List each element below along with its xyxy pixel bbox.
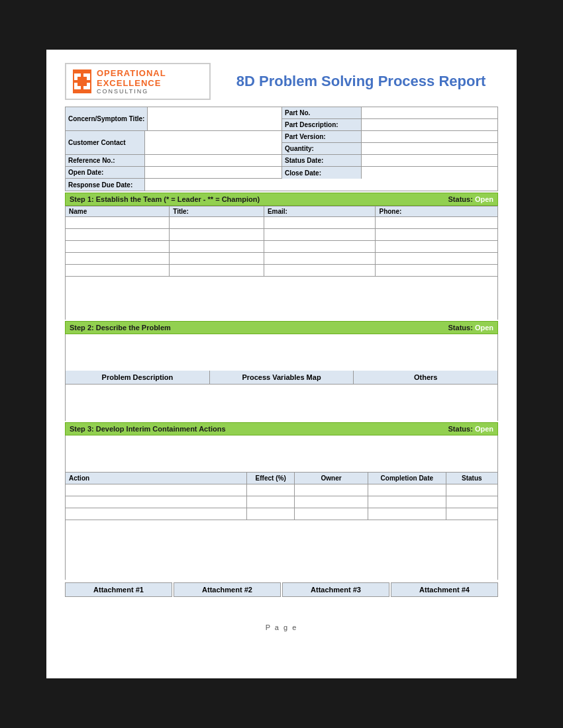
ref-row: Reference No.: <box>66 155 282 167</box>
cell-completion[interactable] <box>368 508 446 520</box>
action-extra-area <box>65 520 498 580</box>
col-phone: Phone: <box>376 206 498 217</box>
logo-box: Operational Excellence CONSULTING <box>65 63 211 100</box>
col-status: Status <box>446 473 497 484</box>
svg-rect-4 <box>77 77 87 86</box>
cell-completion[interactable] <box>368 484 446 496</box>
cell-name[interactable] <box>66 217 170 229</box>
close-date-value[interactable] <box>362 167 497 179</box>
team-table: Name Title: Email: Phone: <box>65 206 498 277</box>
info-left: Concern/Symptom Title: Customer Contact … <box>66 107 282 191</box>
cell-status[interactable] <box>446 484 497 496</box>
report-title: 8D Problem Solving Process Report <box>211 73 498 90</box>
col-name: Name <box>66 206 170 217</box>
table-row <box>66 241 498 253</box>
open-date-label: Open Date: <box>66 167 145 178</box>
status-date-row: Status Date: <box>282 155 497 167</box>
step2-content-area <box>65 334 498 371</box>
customer-value[interactable] <box>145 131 282 154</box>
cell-owner[interactable] <box>295 484 368 496</box>
logo-name: Operational Excellence <box>97 68 203 88</box>
cell-phone[interactable] <box>376 217 498 229</box>
open-date-value[interactable] <box>145 167 282 178</box>
cell-email[interactable] <box>264 253 376 265</box>
cell-phone[interactable] <box>376 265 498 277</box>
partdesc-label: Part Description: <box>282 119 362 130</box>
cell-action[interactable] <box>66 496 247 508</box>
cell-owner[interactable] <box>295 496 368 508</box>
step1-status: Status: Open <box>448 195 493 203</box>
open-date-row: Open Date: <box>66 167 282 179</box>
tab-others[interactable]: Others <box>354 371 497 384</box>
cell-effect[interactable] <box>247 496 295 508</box>
cell-title[interactable] <box>170 229 264 241</box>
step2-tab-content <box>65 385 498 421</box>
attachment-row: Attachment #1 Attachment #2 Attachment #… <box>65 582 498 597</box>
page-label: P a g e <box>266 623 298 631</box>
step2-title: Step 2: Describe the Problem <box>70 324 171 332</box>
step3-status-value: Open <box>475 425 493 433</box>
cell-name[interactable] <box>66 229 170 241</box>
partver-label: Part Version: <box>282 131 362 142</box>
cell-action[interactable] <box>66 508 247 520</box>
page-footer: P a g e <box>65 623 498 631</box>
cell-name[interactable] <box>66 253 170 265</box>
cell-completion[interactable] <box>368 496 446 508</box>
response-row: Response Due Date: <box>66 179 282 191</box>
team-body <box>66 217 498 277</box>
partno-label: Part No. <box>282 107 362 118</box>
cell-title[interactable] <box>170 241 264 253</box>
step3-title: Step 3: Develop Interim Containment Acti… <box>70 425 226 433</box>
step3-content-area <box>65 435 498 472</box>
partdesc-value[interactable] <box>362 119 497 130</box>
logo-text: Operational Excellence CONSULTING <box>97 68 203 95</box>
table-row <box>66 217 498 229</box>
cell-phone[interactable] <box>376 253 498 265</box>
ref-value[interactable] <box>145 155 282 166</box>
cell-title[interactable] <box>170 253 264 265</box>
tab-problem-description[interactable]: Problem Description <box>66 371 210 384</box>
response-label: Response Due Date: <box>66 179 145 191</box>
partver-value[interactable] <box>362 131 497 142</box>
logo-icon <box>73 69 91 93</box>
close-date-row: Close Date: <box>282 167 497 179</box>
cell-email[interactable] <box>264 241 376 253</box>
cell-title[interactable] <box>170 217 264 229</box>
concern-label: Concern/Symptom Title: <box>66 107 148 130</box>
cell-email[interactable] <box>264 265 376 277</box>
cell-effect[interactable] <box>247 508 295 520</box>
response-value[interactable] <box>145 179 282 191</box>
report-page: Operational Excellence CONSULTING 8D Pro… <box>46 50 517 678</box>
cell-title[interactable] <box>170 265 264 277</box>
attachment-4[interactable]: Attachment #4 <box>391 582 498 597</box>
status-date-value[interactable] <box>362 155 497 166</box>
table-row <box>66 253 498 265</box>
attachment-2[interactable]: Attachment #2 <box>174 582 281 597</box>
attachment-3[interactable]: Attachment #3 <box>282 582 389 597</box>
cell-effect[interactable] <box>247 484 295 496</box>
tab-process-variables[interactable]: Process Variables Map <box>210 371 354 384</box>
action-body <box>66 484 498 520</box>
cell-status[interactable] <box>446 508 497 520</box>
cell-email[interactable] <box>264 217 376 229</box>
col-completion-date: Completion Date <box>368 473 446 484</box>
step1-content-area <box>65 277 498 320</box>
cell-owner[interactable] <box>295 508 368 520</box>
attachment-1[interactable]: Attachment #1 <box>65 582 172 597</box>
cell-action[interactable] <box>66 484 247 496</box>
cell-phone[interactable] <box>376 241 498 253</box>
col-action: Action <box>66 473 247 484</box>
cell-name[interactable] <box>66 241 170 253</box>
cell-phone[interactable] <box>376 229 498 241</box>
cell-status[interactable] <box>446 496 497 508</box>
cell-name[interactable] <box>66 265 170 277</box>
step1-title: Step 1: Establish the Team (* = Leader -… <box>70 195 260 203</box>
partno-value[interactable] <box>362 107 497 118</box>
qty-value[interactable] <box>362 143 497 154</box>
concern-value[interactable] <box>148 107 282 130</box>
partno-row: Part No. <box>282 107 497 119</box>
table-row <box>66 508 498 520</box>
cell-email[interactable] <box>264 229 376 241</box>
step3-status: Status: Open <box>448 425 493 433</box>
step1-header: Step 1: Establish the Team (* = Leader -… <box>65 193 498 206</box>
